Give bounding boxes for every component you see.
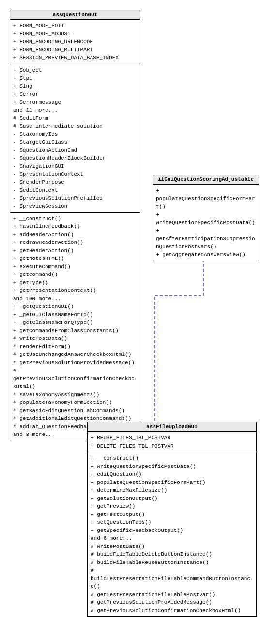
attr-more: and 11 more... xyxy=(13,106,137,114)
method-item: + writeQuestionSpecificPostData() xyxy=(91,463,253,471)
hash-method-item: # writePostData() xyxy=(91,543,253,551)
private-attr-item: - $questionActionCmd xyxy=(13,146,137,155)
method-item: # populateTaxonomyFormSection() xyxy=(13,399,137,407)
method-item: + getSpecificFeedbackOutput() xyxy=(91,527,253,535)
method-item: + populateQuestionSpecificFormPart() xyxy=(91,479,253,487)
constant-item: + SESSION_PREVIEW_DATA_BASE_INDEX xyxy=(13,54,137,62)
hash-method-item: # buildTestPresentationFileTableCommandB… xyxy=(91,566,253,591)
ass-file-upload-gui-methods: + __construct() + writeQuestionSpecificP… xyxy=(88,452,256,616)
method-item: # writePostData() xyxy=(13,335,137,343)
il-gui-question-scoring-title: ilGuiQuestionScoringAdjustable xyxy=(153,175,259,184)
constant-item: + FORM_MODE_ADJUST xyxy=(13,30,137,38)
method-item: + _getClassNameForQType() xyxy=(13,319,137,327)
ass-file-upload-gui-box: assFileUploadGUI + REUSE_FILES_TBL_POSTV… xyxy=(87,422,257,617)
il-gui-question-scoring-methods: + populateQuestionSpecificFormPart() + w… xyxy=(153,184,259,261)
method-item: + hasInlineFeedback() xyxy=(13,223,137,231)
method-item: + determineMaxFilesize() xyxy=(91,486,253,495)
constant-item: + FORM_ENCODING_URLENCODE xyxy=(13,38,137,46)
method-item: + addHeaderAction() xyxy=(13,231,137,239)
ass-question-gui-methods: + __construct() + hasInlineFeedback() + … xyxy=(10,212,140,441)
hash-method-item: # getPreviousSolutionProvidedMessage() xyxy=(91,598,253,607)
method-item: + setQuestionTabs() xyxy=(91,518,253,527)
private-attr-item: - $taxonomyIds xyxy=(13,130,137,139)
method-item: + getAfterParticipationSuppressionQuesti… xyxy=(156,227,256,251)
attr-item: + $errormessage xyxy=(13,98,137,107)
method-item: + getSolutionOutput() xyxy=(91,495,253,503)
ass-file-upload-gui-constants: + REUSE_FILES_TBL_POSTVAR + DELETE_FILES… xyxy=(88,432,256,452)
attr-item: + $lng xyxy=(13,82,137,91)
method-item: # saveTaxonomyAssignments() xyxy=(13,391,137,399)
ass-question-gui-box: assQuestionGUI + FORM_MODE_EDIT + FORM_M… xyxy=(10,10,140,441)
hash-method-item: # getPreviousSolutionConfirmationCheckbo… xyxy=(91,607,253,615)
method-item: + getType() xyxy=(13,279,137,287)
hash-attr-item: # $editForm xyxy=(13,114,137,123)
method-item: + _getQuestionGUI() xyxy=(13,303,137,311)
method-item: + writeQuestionSpecificPostData() xyxy=(156,211,256,227)
constant-item: + REUSE_FILES_TBL_POSTVAR xyxy=(91,434,253,442)
method-item: + _getGUIClassNameForId() xyxy=(13,311,137,319)
diagram-container: assQuestionGUI + FORM_MODE_EDIT + FORM_M… xyxy=(5,5,256,635)
method-more: and 6 more... xyxy=(91,534,253,543)
method-item: + getPresentationContext() xyxy=(13,287,137,295)
il-gui-question-scoring-box: ilGuiQuestionScoringAdjustable + populat… xyxy=(153,175,259,261)
constant-item: + DELETE_FILES_TBL_POSTVAR xyxy=(91,442,253,451)
method-item: + executeCommand() xyxy=(13,263,137,271)
private-attr-item: - $presentationContext xyxy=(13,170,137,178)
private-attr-item: - $renderPurpose xyxy=(13,178,137,187)
method-item: + redrawHeaderAction() xyxy=(13,239,137,247)
method-item: # getPreviousSolutionConfirmationCheckbo… xyxy=(13,367,137,391)
method-item: + __construct() xyxy=(91,454,253,463)
method-item: # renderEditForm() xyxy=(13,343,137,351)
hash-method-item: # buildFileTableDeleteButtonInstance() xyxy=(91,550,253,559)
hash-method-item: # buildFileTableReuseButtonInstance() xyxy=(91,559,253,567)
attr-item: + $tpl xyxy=(13,74,137,82)
method-item: + getPreview() xyxy=(91,502,253,511)
private-attr-item: - $editContext xyxy=(13,186,137,194)
method-item: + getAggregatedAnswersView() xyxy=(156,251,256,259)
method-item: # getUseUnchangedAnswerCheckboxHtml() xyxy=(13,351,137,359)
hash-attr-item: # $use_intermediate_solution xyxy=(13,122,137,130)
ass-question-gui-title: assQuestionGUI xyxy=(10,10,140,19)
method-item: + getHeaderAction() xyxy=(13,247,137,255)
private-attr-item: - $targetGuiClass xyxy=(13,138,137,146)
ass-question-gui-pub-attrs: + $object + $tpl + $lng + $error + $erro… xyxy=(10,64,140,212)
private-attr-item: - $questionHeaderBlockBuilder xyxy=(13,154,137,162)
method-item: + getNotesHTML() xyxy=(13,255,137,263)
method-more: and 100 more... xyxy=(13,295,137,303)
attr-item: + $object xyxy=(13,66,137,75)
private-attr-item: - $previousSolutionPrefilled xyxy=(13,194,137,203)
method-item: # getPreviousSolutionProvidedMessage() xyxy=(13,359,137,367)
method-item: # getBasicEditQuestionTabCommands() xyxy=(13,407,137,415)
private-attr-item: - $navigationGUI xyxy=(13,162,137,171)
attr-item: + $error xyxy=(13,90,137,98)
ass-file-upload-gui-title: assFileUploadGUI xyxy=(88,422,256,432)
private-attr-item: - $previewSession xyxy=(13,202,137,210)
method-item: + editQuestion() xyxy=(91,470,253,479)
hash-method-item: # getTestPresentationFileTablePostVar() xyxy=(91,591,253,599)
method-item: + getCommand() xyxy=(13,271,137,279)
method-item: + getTestOutput() xyxy=(91,511,253,519)
method-item: + getCommandsFromClassConstants() xyxy=(13,327,137,335)
constant-item: + FORM_MODE_EDIT xyxy=(13,22,137,30)
method-item: + __construct() xyxy=(13,215,137,223)
ass-question-gui-constants: + FORM_MODE_EDIT + FORM_MODE_ADJUST + FO… xyxy=(10,19,140,64)
constant-item: + FORM_ENCODING_MULTIPART xyxy=(13,46,137,54)
method-item: + populateQuestionSpecificFormPart() xyxy=(156,187,256,211)
